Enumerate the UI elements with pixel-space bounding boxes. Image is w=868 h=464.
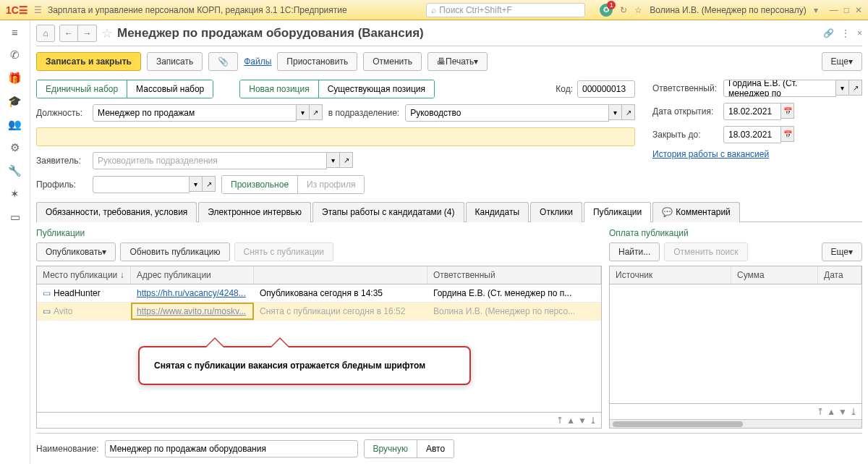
user-name[interactable]: Волина И.В. (Менеджер по персоналу) xyxy=(650,5,806,15)
print-icon: 🖶 xyxy=(437,56,446,67)
sidebar-star-icon[interactable]: ✶ xyxy=(10,187,20,201)
history-icon[interactable]: ↻ xyxy=(620,5,627,15)
profile-open-icon[interactable]: ↗ xyxy=(203,176,216,192)
close-date-label: Закрыть до: xyxy=(652,130,718,140)
minimize-icon[interactable]: — xyxy=(830,5,838,15)
recruit-type-toggle[interactable]: Единичный набор Массовый набор xyxy=(36,80,213,98)
name-manual[interactable]: Вручную xyxy=(365,440,417,457)
tab-responses[interactable]: Отклики xyxy=(530,202,582,222)
menu-icon[interactable]: ☰ xyxy=(34,5,42,15)
card-icon: ▭ xyxy=(43,288,51,298)
pause-button[interactable]: Приостановить xyxy=(277,52,357,71)
requester-field[interactable]: Руководитель подразделения xyxy=(93,152,327,169)
files-link[interactable]: Файлы xyxy=(244,56,271,67)
window-close-icon[interactable]: × xyxy=(857,28,862,38)
col-status[interactable] xyxy=(254,266,427,284)
profile-arbitrary[interactable]: Произвольное xyxy=(222,176,298,193)
unpublish-button[interactable]: Снять с публикации xyxy=(234,242,333,261)
dept-field[interactable]: Руководство xyxy=(405,104,609,122)
position-field[interactable]: Менеджер по продажам xyxy=(93,104,297,122)
publish-button[interactable]: Опубликовать ▾ xyxy=(36,242,116,261)
sidebar-phone-icon[interactable]: ✆ xyxy=(10,48,20,62)
window-menu-icon[interactable]: ⋮ xyxy=(841,28,850,38)
requester-open-icon[interactable]: ↗ xyxy=(340,152,353,168)
sidebar-users-icon[interactable]: 👥 xyxy=(8,118,22,131)
position-new[interactable]: Новая позиция xyxy=(240,80,318,98)
col-sum[interactable]: Сумма xyxy=(731,266,818,284)
dept-open-icon[interactable]: ↗ xyxy=(622,104,635,120)
name-auto[interactable]: Авто xyxy=(417,440,454,457)
refresh-pub-button[interactable]: Обновить публикацию xyxy=(120,242,229,261)
pub-row[interactable]: ▭Avito https://www.avito.ru/moskv... Сня… xyxy=(37,303,601,321)
sidebar-menu-icon[interactable]: ≡ xyxy=(12,26,18,38)
print-button[interactable]: 🖶 Печать ▾ xyxy=(427,52,488,71)
notifications-icon[interactable]: ✪1 xyxy=(600,4,613,17)
name-field[interactable]: Менеджер по продажам оборудования xyxy=(105,440,358,457)
open-date-cal-icon[interactable]: 📅 xyxy=(781,103,794,119)
sidebar-grad-icon[interactable]: 🎓 xyxy=(8,95,22,108)
requester-dropdown-icon[interactable]: ▾ xyxy=(327,152,340,168)
col-place[interactable]: Место публикации ↓ xyxy=(37,266,131,284)
profile-dropdown-icon[interactable]: ▾ xyxy=(190,176,203,192)
app-logo: 1C☰ xyxy=(6,4,28,16)
position-existing[interactable]: Существующая позиция xyxy=(319,80,434,98)
grid-nav[interactable]: ⤒▲▼⤓ xyxy=(610,403,861,419)
sidebar-wrench-icon[interactable]: 🔧 xyxy=(8,164,22,177)
history-link[interactable]: История работы с вакансией xyxy=(652,149,769,159)
dropdown-icon[interactable]: ▾ xyxy=(814,5,818,15)
requester-label: Заявитель: xyxy=(36,156,87,166)
col-addr[interactable]: Адрес публикации xyxy=(131,266,254,284)
star-icon[interactable]: ☆ xyxy=(634,5,642,15)
sidebar-card-icon[interactable]: ▭ xyxy=(10,211,20,224)
maximize-icon[interactable]: □ xyxy=(844,5,849,15)
code-label: Код: xyxy=(556,84,573,94)
col-source[interactable]: Источник xyxy=(610,266,731,284)
dept-dropdown-icon[interactable]: ▾ xyxy=(609,104,622,120)
find-button[interactable]: Найти... xyxy=(609,242,660,261)
back-button[interactable]: ← xyxy=(59,25,78,42)
tab-stages[interactable]: Этапы работы с кандидатами (4) xyxy=(312,202,464,222)
col-resp[interactable]: Ответственный xyxy=(427,266,601,284)
profile-field[interactable] xyxy=(93,176,190,193)
tab-publications[interactable]: Публикации xyxy=(584,202,651,222)
position-open-icon[interactable]: ↗ xyxy=(310,104,323,120)
save-close-button[interactable]: Записать и закрыть xyxy=(36,52,141,71)
link-icon[interactable]: 🔗 xyxy=(823,28,834,38)
more-button[interactable]: Еще ▾ xyxy=(822,52,862,71)
responsible-label: Ответственный: xyxy=(652,83,718,93)
code-field[interactable]: 000000013 xyxy=(577,80,635,98)
card-icon: ▭ xyxy=(43,306,51,316)
cancel-button[interactable]: Отменить xyxy=(363,52,422,71)
attach-button[interactable]: 📎 xyxy=(208,52,238,71)
responsible-dropdown-icon[interactable]: ▾ xyxy=(836,80,849,96)
tab-interview[interactable]: Электронное интервью xyxy=(198,202,311,222)
sidebar: ≡ ✆ 🎁 🎓 👥 ⚙ 🔧 ✶ ▭ xyxy=(0,20,30,464)
responsible-field[interactable]: Гордина Е.В. (Ст. менеджер по xyxy=(723,80,836,97)
close-icon[interactable]: ✕ xyxy=(855,5,862,15)
home-button[interactable]: ⌂ xyxy=(36,25,55,42)
search-input[interactable]: Поиск Ctrl+Shift+F xyxy=(426,3,585,17)
pay-more-button[interactable]: Еще ▾ xyxy=(822,242,862,261)
recruit-mass[interactable]: Массовый набор xyxy=(127,80,213,98)
save-button[interactable]: Записать xyxy=(147,52,203,71)
grid-nav[interactable]: ⤒▲▼⤓ xyxy=(37,412,601,428)
profile-from[interactable]: Из профиля xyxy=(298,176,364,193)
h-scrollbar[interactable] xyxy=(610,419,861,428)
tab-candidates[interactable]: Кандидаты xyxy=(466,202,529,222)
sidebar-gear-icon[interactable]: ⚙ xyxy=(10,141,20,154)
position-dropdown-icon[interactable]: ▾ xyxy=(297,104,310,120)
close-date-field[interactable]: 18.03.2021 xyxy=(723,126,781,143)
favorite-icon[interactable]: ☆ xyxy=(101,25,113,41)
col-date[interactable]: Дата xyxy=(818,266,861,284)
tab-duties[interactable]: Обязанности, требования, условия xyxy=(36,202,197,222)
close-date-cal-icon[interactable]: 📅 xyxy=(781,126,794,142)
pub-row[interactable]: ▭HeadHunter https://hh.ru/vacancy/4248..… xyxy=(37,284,601,303)
tab-comment[interactable]: 💬Комментарий xyxy=(652,202,740,222)
responsible-open-icon[interactable]: ↗ xyxy=(849,80,862,96)
recruit-single[interactable]: Единичный набор xyxy=(37,80,127,98)
position-type-toggle[interactable]: Новая позиция Существующая позиция xyxy=(239,80,435,98)
cancel-search-button[interactable]: Отменить поиск xyxy=(664,242,747,261)
sidebar-gift-icon[interactable]: 🎁 xyxy=(8,72,22,85)
forward-button[interactable]: → xyxy=(78,25,97,42)
open-date-field[interactable]: 18.02.2021 xyxy=(723,103,781,120)
